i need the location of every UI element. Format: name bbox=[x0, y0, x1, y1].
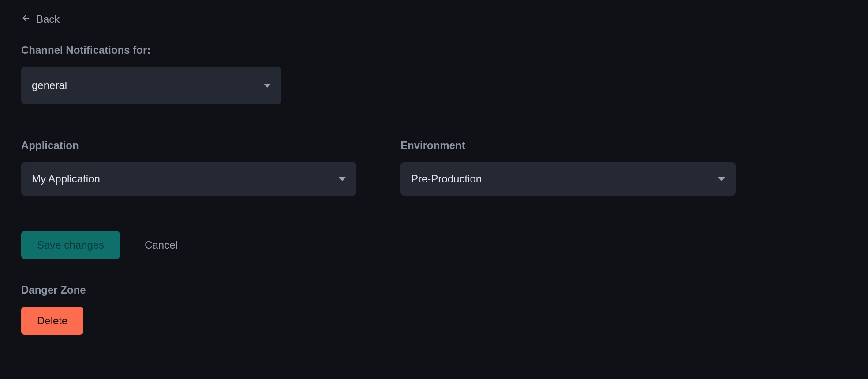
back-label: Back bbox=[36, 13, 60, 26]
app-env-row: Application My Application Environment P… bbox=[21, 139, 847, 196]
form-actions: Save changes Cancel bbox=[21, 231, 847, 259]
arrow-left-icon bbox=[21, 13, 31, 26]
environment-select[interactable]: Pre-Production bbox=[400, 162, 736, 196]
application-select[interactable]: My Application bbox=[21, 162, 356, 196]
environment-select-value: Pre-Production bbox=[411, 173, 482, 185]
channel-select-value: general bbox=[32, 79, 67, 92]
environment-label: Environment bbox=[400, 139, 736, 152]
application-label: Application bbox=[21, 139, 356, 152]
channel-select[interactable]: general bbox=[21, 67, 281, 104]
caret-down-icon bbox=[264, 84, 271, 88]
application-select-value: My Application bbox=[32, 173, 100, 185]
danger-zone-section: Danger Zone Delete bbox=[21, 284, 847, 335]
caret-down-icon bbox=[718, 177, 725, 181]
application-field: Application My Application bbox=[21, 139, 356, 196]
back-link[interactable]: Back bbox=[21, 13, 60, 26]
danger-zone-label: Danger Zone bbox=[21, 284, 847, 296]
channel-notifications-label: Channel Notifications for: bbox=[21, 44, 847, 56]
channel-section: Channel Notifications for: general bbox=[21, 44, 847, 104]
caret-down-icon bbox=[339, 177, 346, 181]
delete-button[interactable]: Delete bbox=[21, 307, 83, 335]
save-button[interactable]: Save changes bbox=[21, 231, 120, 259]
environment-field: Environment Pre-Production bbox=[400, 139, 736, 196]
cancel-button[interactable]: Cancel bbox=[145, 239, 178, 251]
